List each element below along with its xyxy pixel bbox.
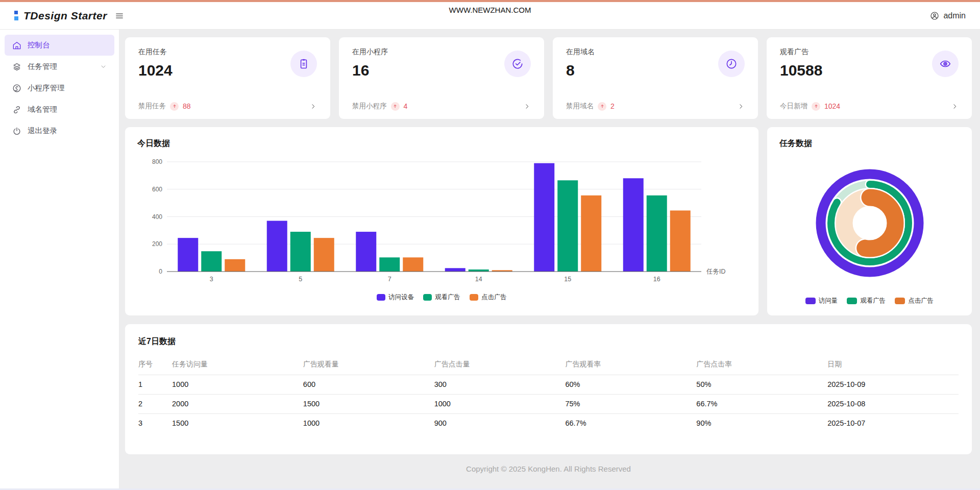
legend-item[interactable]: 点击广告: [895, 297, 934, 305]
stat-card-sub-label: 今日新增: [780, 102, 807, 111]
svg-text:7: 7: [388, 276, 391, 283]
legend-swatch: [423, 294, 432, 301]
table-cell: 2025-10-09: [827, 375, 959, 394]
stat-card-sub-value: 4: [404, 102, 408, 110]
table-column-header: 序号: [138, 354, 172, 375]
arrow-up-icon: [812, 102, 820, 111]
sidebar-item-miniprogram-management[interactable]: 小程序管理: [5, 78, 114, 99]
stat-card-footer: 禁用域名2: [566, 102, 745, 111]
stat-card-title: 在用任务: [138, 47, 317, 57]
table-cell: 1000: [172, 375, 303, 394]
table-cell: 1500: [172, 413, 303, 433]
power-icon: [12, 126, 22, 136]
legend-label: 访问量: [819, 297, 838, 305]
table-cell: 90%: [696, 413, 827, 433]
stat-card-sub-label: 禁用小程序: [352, 102, 387, 111]
arrow-up-icon: [598, 102, 606, 111]
weekly-data-table: 序号任务访问量广告观看量广告点击量广告观看率广告点击率日期11000600300…: [138, 354, 959, 433]
stat-card-domains: 在用域名8禁用域名2: [553, 37, 758, 119]
main-content: 在用任务1024禁用任务88在用小程序16禁用小程序4在用域名8禁用域名2观看广…: [119, 30, 980, 488]
donut-chart-title: 任务数据: [779, 138, 960, 149]
stat-card-footer: 禁用任务88: [138, 102, 317, 111]
clock-icon: [718, 51, 745, 77]
legend-item[interactable]: 观看广告: [423, 293, 460, 302]
svg-text:15: 15: [564, 276, 571, 283]
sidebar-item-logout[interactable]: 退出登录: [5, 120, 114, 141]
legend-item[interactable]: 访问设备: [377, 293, 414, 302]
stat-card-title: 观看广告: [780, 47, 959, 57]
today-data-chart-card: 今日数据 0200400600800357141516任务ID 访问设备观看广告…: [125, 127, 758, 315]
copyright-text: Copyright © 2025 KongHen. All Rights Res…: [125, 464, 972, 473]
table-cell: 900: [434, 413, 566, 433]
legend-label: 点击广告: [908, 297, 934, 305]
svg-text:任务ID: 任务ID: [706, 268, 726, 275]
sidebar-item-label: 退出登录: [28, 126, 57, 136]
stat-card-footer: 禁用小程序4: [352, 102, 531, 111]
sidebar-item-label: 任务管理: [28, 62, 57, 71]
table-column-header: 日期: [827, 354, 959, 375]
sidebar-item-console[interactable]: 控制台: [5, 35, 114, 56]
legend-swatch: [847, 298, 857, 304]
sidebar-item-task-management[interactable]: 任务管理: [5, 56, 114, 77]
legend-swatch: [377, 294, 385, 301]
stat-card-sub-value: 2: [610, 102, 615, 110]
bar-chart-title: 今日数据: [137, 138, 746, 149]
svg-text:0: 0: [159, 268, 162, 275]
table-cell: 1000: [303, 413, 434, 433]
chevron-right-icon[interactable]: [951, 103, 959, 110]
legend-swatch: [470, 294, 478, 301]
svg-text:800: 800: [152, 158, 162, 165]
sidebar-item-domain-management[interactable]: 域名管理: [5, 99, 114, 120]
table-row: 220001500100075%66.7%2025-10-08: [138, 394, 959, 413]
svg-text:16: 16: [653, 276, 660, 283]
arrow-up-icon: [391, 102, 400, 111]
sidebar: 控制台任务管理小程序管理域名管理退出登录: [0, 30, 119, 488]
svg-text:200: 200: [152, 240, 162, 248]
table-cell: 1500: [303, 394, 434, 413]
stat-cards-row: 在用任务1024禁用任务88在用小程序16禁用小程序4在用域名8禁用域名2观看广…: [125, 37, 972, 119]
legend-item[interactable]: 观看广告: [847, 297, 886, 305]
legend-item[interactable]: 点击广告: [470, 293, 507, 302]
stat-card-ads: 观看广告10588今日新增1024: [767, 37, 972, 119]
bar-chart: 0200400600800357141516任务ID: [137, 149, 746, 293]
legend-label: 观看广告: [435, 293, 460, 302]
stat-card-miniprograms: 在用小程序16禁用小程序4: [339, 37, 544, 119]
table-cell: 300: [434, 375, 566, 394]
table-column-header: 广告观看量: [303, 354, 434, 375]
stat-card-sub-value: 1024: [824, 102, 840, 110]
table-column-header: 广告点击量: [434, 354, 566, 375]
app-header: TDesign Starter WWW.NEWZHAN.COM admin: [0, 2, 980, 30]
stat-card-title: 在用小程序: [352, 47, 531, 57]
chevron-right-icon[interactable]: [309, 103, 317, 110]
sidebar-item-label: 小程序管理: [28, 83, 65, 93]
chevron-right-icon[interactable]: [523, 103, 531, 110]
table-cell: 3: [138, 413, 172, 433]
chevron-right-icon[interactable]: [737, 103, 745, 110]
table-row: 1100060030060%50%2025-10-09: [138, 375, 959, 394]
stat-card-sub-value: 88: [183, 102, 191, 110]
table-header-row: 序号任务访问量广告观看量广告点击量广告观看率广告点击率日期: [138, 354, 959, 375]
svg-text:600: 600: [152, 186, 162, 193]
check-circle-icon: [504, 51, 531, 77]
table-row: 31500100090066.7%90%2025-10-07: [138, 413, 959, 433]
table-column-header: 任务访问量: [172, 354, 303, 375]
table-title: 近7日数据: [138, 336, 959, 347]
weekly-data-table-card: 近7日数据 序号任务访问量广告观看量广告点击量广告观看率广告点击率日期11000…: [125, 324, 972, 454]
bar-chart-legend: 访问设备观看广告点击广告: [137, 293, 746, 302]
link-icon: [12, 105, 22, 115]
legend-swatch: [895, 298, 905, 304]
charts-row: 今日数据 0200400600800357141516任务ID 访问设备观看广告…: [125, 127, 972, 315]
table-cell: 1000: [434, 394, 566, 413]
svg-text:5: 5: [299, 276, 302, 283]
table-column-header: 广告点击率: [696, 354, 827, 375]
chevron-down-icon: [100, 63, 107, 70]
legend-label: 观看广告: [860, 297, 886, 305]
legend-label: 访问设备: [388, 293, 414, 302]
table-cell: 50%: [696, 375, 827, 394]
layers-icon: [12, 62, 22, 72]
legend-item[interactable]: 访问量: [805, 297, 838, 305]
task-data-chart-card: 任务数据 访问量观看广告点击广告: [767, 127, 972, 315]
stat-card-title: 在用域名: [566, 47, 745, 57]
sidebar-item-label: 控制台: [28, 40, 50, 50]
table-cell: 2025-10-08: [827, 394, 959, 413]
